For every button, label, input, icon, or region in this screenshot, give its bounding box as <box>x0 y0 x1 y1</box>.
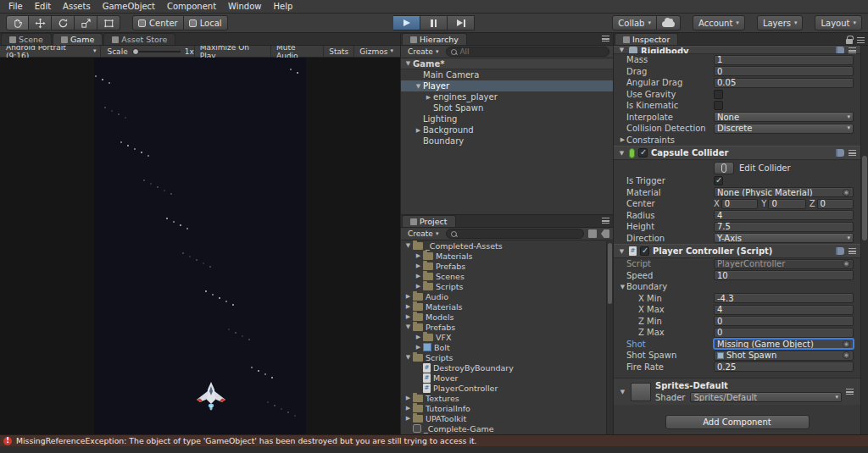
hierarchy-item-lighting[interactable]: Lighting <box>401 113 613 124</box>
space-local-button[interactable]: Local <box>184 15 228 30</box>
script-field[interactable]: PlayerController <box>714 259 854 269</box>
x-min-field[interactable]: -4.3 <box>714 293 854 303</box>
z-min-field[interactable]: 0 <box>714 316 854 326</box>
foldout-arrow[interactable]: ▶ <box>414 344 423 351</box>
maximize-on-play-button[interactable]: Maximize On Play <box>194 46 270 57</box>
layout-dropdown[interactable]: Layout ▾ <box>815 15 862 30</box>
foldout-arrow[interactable]: ▼ <box>618 248 626 255</box>
project-item-scenes[interactable]: ▶Scenes <box>401 271 613 281</box>
slider-knob[interactable] <box>132 48 139 55</box>
foldout-arrow[interactable]: ▶ <box>403 405 413 412</box>
hierarchy-item-boundary[interactable]: Boundary <box>401 135 613 146</box>
object-picker-icon[interactable] <box>843 340 850 348</box>
tool-hand-button[interactable] <box>6 15 29 30</box>
hierarchy-item-engines-player[interactable]: ▶engines_player <box>401 91 613 102</box>
project-item-vfx[interactable]: ▶VFX <box>401 332 613 342</box>
radius-field[interactable]: 4 <box>714 210 854 220</box>
hierarchy-item-shot-spawn[interactable]: Shot Spawn <box>401 102 613 113</box>
capsule-collider-header[interactable]: ▼ Capsule Collider <box>614 146 860 160</box>
aspect-ratio-dropdown[interactable]: Android Portrait (9:16) ▾ <box>2 46 101 57</box>
foldout-arrow[interactable]: ▶ <box>403 415 413 422</box>
speed-field[interactable]: 10 <box>714 270 854 280</box>
status-bar[interactable]: ! MissingReferenceException: The object … <box>0 434 868 446</box>
project-item-playercontroller[interactable]: PlayerController <box>401 383 613 393</box>
scale-slider[interactable] <box>132 47 181 56</box>
fire-rate-field[interactable]: 0.25 <box>714 362 854 372</box>
play-button[interactable] <box>393 15 420 30</box>
project-create-button[interactable]: Create ▾ <box>404 229 442 240</box>
help-icon[interactable] <box>836 247 844 255</box>
hierarchy-item-main-camera[interactable]: Main Camera <box>401 69 613 80</box>
search-by-type-icon[interactable] <box>588 229 597 238</box>
collab-button[interactable]: Collab ▾ <box>612 15 657 30</box>
center-x-field[interactable]: 0 <box>721 199 758 209</box>
shader-dropdown[interactable]: Sprites/Default ▾ <box>690 392 842 402</box>
drag-field[interactable]: 0 <box>714 66 854 76</box>
object-picker-icon[interactable] <box>843 351 850 359</box>
hierarchy-item-game[interactable]: ▼Game* <box>401 58 613 69</box>
gizmos-dropdown[interactable]: Gizmos ▾ <box>353 46 398 57</box>
foldout-arrow[interactable]: ▼ <box>619 284 626 290</box>
center-z-field[interactable]: 0 <box>817 199 854 209</box>
foldout-arrow[interactable]: ▶ <box>619 136 626 143</box>
x-max-field[interactable]: 4 <box>714 305 854 315</box>
menu-file[interactable]: File <box>3 1 29 12</box>
height-field[interactable]: 7.5 <box>714 222 854 232</box>
project-item-materials[interactable]: ▶Materials <box>401 251 613 261</box>
help-icon[interactable] <box>836 149 844 157</box>
foldout-arrow[interactable]: ▼ <box>403 242 413 249</box>
gear-icon[interactable] <box>846 389 854 395</box>
capsule-collider-enabled-checkbox[interactable] <box>638 148 648 157</box>
menu-gameobject[interactable]: GameObject <box>97 1 161 12</box>
constraints-row[interactable]: ▶ Constraints <box>614 135 860 146</box>
center-y-field[interactable]: 0 <box>768 199 805 209</box>
project-item-completed-assets[interactable]: ▼_Completed-Assets <box>401 240 613 251</box>
tab-project[interactable]: Project <box>402 215 456 227</box>
mute-audio-button[interactable]: Mute Audio <box>270 46 323 57</box>
tab-inspector[interactable]: Inspector <box>615 33 678 45</box>
step-button[interactable] <box>448 15 475 30</box>
direction-dropdown[interactable]: Y-Axis▾ <box>714 233 854 243</box>
foldout-arrow[interactable]: ▶ <box>414 334 423 340</box>
is-kinematic-checkbox[interactable] <box>714 101 723 110</box>
menu-window[interactable]: Window <box>222 1 267 12</box>
foldout-arrow[interactable]: ▼ <box>618 150 626 157</box>
foldout-arrow[interactable]: ▶ <box>403 303 413 310</box>
foldout-arrow[interactable]: ▼ <box>618 47 626 53</box>
tab-game[interactable]: Game <box>53 33 103 45</box>
layers-dropdown[interactable]: Layers ▾ <box>757 15 804 30</box>
search-by-label-icon[interactable] <box>601 229 609 238</box>
project-search-input[interactable] <box>459 229 579 238</box>
hierarchy-item-player[interactable]: ▼Player <box>401 80 613 91</box>
physic-material-field[interactable]: None (Physic Material) <box>714 187 854 197</box>
hierarchy-item-background[interactable]: ▶Background <box>401 124 613 135</box>
project-item-prefabs[interactable]: ▶Prefabs <box>401 261 613 271</box>
game-viewport[interactable] <box>0 58 400 434</box>
project-item-textures[interactable]: ▶Textures <box>401 393 613 403</box>
project-item-bolt[interactable]: ▶Bolt <box>401 342 613 352</box>
menu-edit[interactable]: Edit <box>29 1 57 12</box>
project-item-tutorialinfo[interactable]: ▶TutorialInfo <box>401 403 613 413</box>
tool-rotate-button[interactable] <box>52 15 75 30</box>
player-controller-enabled-checkbox[interactable] <box>640 246 649 256</box>
mass-field[interactable]: 1 <box>714 55 854 65</box>
player-controller-header[interactable]: ▼ Player Controller (Script) <box>614 244 860 258</box>
panel-menu-icon[interactable] <box>602 36 609 41</box>
lock-icon[interactable] <box>846 39 853 44</box>
panel-menu-icon[interactable] <box>857 37 865 43</box>
tool-rect-button[interactable] <box>97 15 120 30</box>
foldout-arrow[interactable]: ▶ <box>414 252 423 259</box>
foldout-arrow[interactable]: ▼ <box>403 354 413 361</box>
tool-move-button[interactable] <box>29 15 52 30</box>
is-trigger-checkbox[interactable] <box>714 176 723 185</box>
project-item-upatoolkit[interactable]: ▶UPAToolkit <box>401 413 613 423</box>
project-item-complete-game[interactable]: _Complete-Game <box>401 423 613 434</box>
project-item-mover[interactable]: Mover <box>401 373 613 383</box>
hierarchy-search-input[interactable] <box>459 47 604 56</box>
foldout-arrow[interactable]: ▼ <box>403 60 413 67</box>
project-item-prefabs[interactable]: ▼Prefabs <box>401 322 613 332</box>
foldout-arrow[interactable]: ▶ <box>403 293 413 300</box>
scrollbar-thumb[interactable] <box>862 156 867 240</box>
angular-drag-field[interactable]: 0.05 <box>714 78 854 88</box>
foldout-arrow[interactable]: ▼ <box>414 83 423 90</box>
